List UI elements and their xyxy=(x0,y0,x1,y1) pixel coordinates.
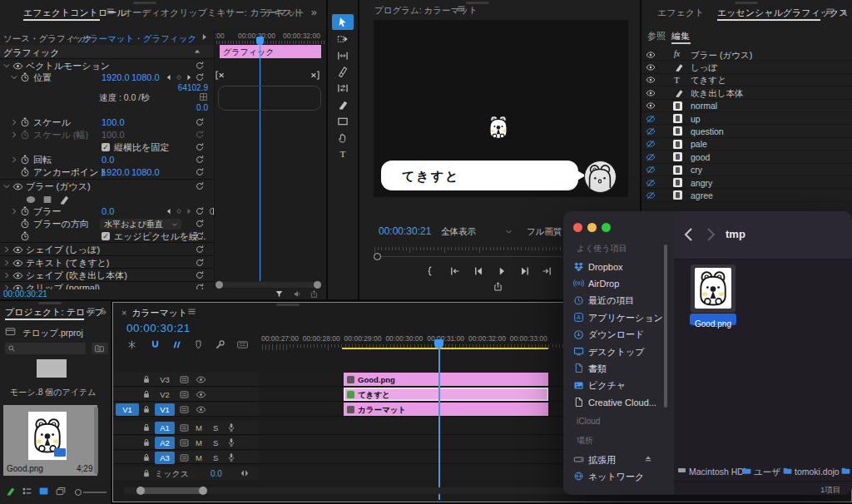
tool-razor-icon[interactable] xyxy=(337,66,349,77)
track-target-V1[interactable]: V1 xyxy=(155,403,175,416)
sync-lock-icon[interactable] xyxy=(179,437,190,448)
tool-ripple-edit-icon[interactable] xyxy=(337,50,349,62)
reset-parameter-icon[interactable] xyxy=(195,219,205,229)
audio-only-icon[interactable] xyxy=(293,289,302,299)
eg-layer-row[interactable]: normal xyxy=(641,100,852,112)
export-frame-icon[interactable] xyxy=(493,281,503,292)
close-button[interactable] xyxy=(573,223,582,232)
subtab-edit[interactable]: 編集 xyxy=(671,32,690,41)
tool-hand-icon[interactable] xyxy=(337,132,349,144)
sync-lock-icon[interactable] xyxy=(179,422,190,433)
rect-mask-icon[interactable] xyxy=(42,194,53,205)
panel-menu-icon[interactable] xyxy=(86,305,97,316)
ellipse-mask-icon[interactable] xyxy=(25,194,37,205)
minimize-button[interactable] xyxy=(587,223,597,232)
search-input[interactable] xyxy=(5,343,86,354)
prev-keyframe-icon[interactable] xyxy=(165,73,173,82)
track-output-icon[interactable] xyxy=(196,374,206,385)
filter-icon[interactable] xyxy=(275,289,284,299)
voiceover-record-icon[interactable] xyxy=(226,452,236,462)
transport-step-back-icon[interactable] xyxy=(473,265,484,277)
search-bin-button[interactable] xyxy=(92,343,108,354)
file-thumbnail[interactable] xyxy=(695,268,731,309)
reset-parameter-icon[interactable] xyxy=(195,142,205,152)
track-target-A3[interactable]: A3 xyxy=(155,452,175,464)
transport-play-icon[interactable] xyxy=(496,265,508,277)
clip-name[interactable]: カラーマット・グラフィック xyxy=(81,34,196,43)
linked-selection-icon[interactable] xyxy=(171,339,182,350)
track-lock-icon[interactable] xyxy=(141,468,151,478)
mute-button[interactable]: M xyxy=(196,424,202,432)
sidebar-item-ダウンロード[interactable]: ダウンロード xyxy=(568,327,663,343)
ec-clip-bar[interactable]: グラフィック xyxy=(220,45,321,58)
collapse-header-icon[interactable] xyxy=(193,47,201,56)
twirl-icon[interactable] xyxy=(10,73,18,82)
twirl-icon[interactable] xyxy=(10,156,18,164)
sidebar-item-AirDrop[interactable]: AirDrop xyxy=(568,275,663,291)
tab-overflow-chevron[interactable]: » xyxy=(101,307,106,317)
value[interactable]: 0.0 xyxy=(102,207,114,216)
stopwatch-icon[interactable] xyxy=(20,155,30,165)
eg-layer-row[interactable]: question xyxy=(641,125,852,137)
visibility-toggle-icon[interactable] xyxy=(12,258,23,269)
track-lock-icon[interactable] xyxy=(141,389,151,399)
reset-parameter-icon[interactable] xyxy=(195,117,205,127)
track-target-A1[interactable]: A1 xyxy=(155,422,175,434)
keyframe-nav-icon[interactable] xyxy=(240,468,250,478)
visibility-toggle-icon[interactable] xyxy=(12,181,23,192)
scrub-playhead[interactable] xyxy=(374,253,381,260)
sidebar-item-Dropbox[interactable]: Dropbox xyxy=(568,259,663,274)
mute-button[interactable]: M xyxy=(196,439,202,447)
value-graph-icon[interactable] xyxy=(199,92,208,101)
next-keyframe-icon[interactable] xyxy=(185,207,193,215)
twirl-icon[interactable] xyxy=(2,182,11,190)
tab-overflow-chevron[interactable]: » xyxy=(841,7,847,17)
panel-menu-icon[interactable] xyxy=(105,6,116,17)
layer-visibility-icon[interactable] xyxy=(646,75,656,85)
sidebar-item-ピクチャ[interactable]: ピクチャ xyxy=(568,378,663,393)
transport-go-to-in-icon[interactable] xyxy=(449,265,461,277)
layer-visibility-icon[interactable] xyxy=(646,139,656,149)
visibility-toggle-icon[interactable] xyxy=(12,61,23,72)
file-name-pill[interactable]: Good.png xyxy=(690,314,736,325)
checkbox[interactable]: ✓ xyxy=(102,232,110,240)
reset-parameter-icon[interactable] xyxy=(195,72,205,82)
reset-parameter-icon[interactable] xyxy=(195,206,205,216)
tool-pen-icon[interactable] xyxy=(337,99,349,111)
track-lock-icon[interactable] xyxy=(141,404,151,414)
eg-layer-row[interactable]: しっぽ xyxy=(641,61,852,73)
panel-menu-icon[interactable] xyxy=(825,6,835,17)
subtab-browse[interactable]: 参照 xyxy=(647,32,666,41)
stopwatch-icon[interactable] xyxy=(20,219,30,229)
twirl-icon[interactable] xyxy=(10,207,18,215)
sidebar-item-Creative Cloud...[interactable]: Creative Cloud... xyxy=(568,394,663,410)
layer-visibility-icon[interactable] xyxy=(646,152,656,162)
sync-lock-icon[interactable] xyxy=(179,389,190,400)
eject-icon[interactable] xyxy=(643,454,653,464)
tab-timeline[interactable]: カラーマット xyxy=(131,309,187,318)
track-lock-icon[interactable] xyxy=(141,437,151,447)
tab-text[interactable]: テキスト xyxy=(265,8,302,17)
track-output-icon[interactable] xyxy=(196,404,206,415)
transport-go-to-out-icon[interactable] xyxy=(541,265,552,277)
reset-parameter-icon[interactable] xyxy=(195,167,205,177)
twirl-icon[interactable] xyxy=(10,131,18,139)
layer-visibility-icon[interactable] xyxy=(646,126,656,136)
tool-rectangle-icon[interactable] xyxy=(337,116,349,127)
zoom-button[interactable] xyxy=(602,223,611,232)
reset-parameter-icon[interactable] xyxy=(195,231,205,241)
clip-カラーマット[interactable]: カラーマット xyxy=(344,403,548,416)
source-patch[interactable]: V1 xyxy=(116,403,139,416)
twirl-icon[interactable] xyxy=(2,245,11,254)
sidebar-item-拡張用[interactable]: 拡張用 xyxy=(568,452,663,467)
source-collapse-icon[interactable] xyxy=(70,33,78,42)
layer-visibility-icon[interactable] xyxy=(646,190,656,200)
program-timecode[interactable]: 00:00:30:21 xyxy=(379,226,431,236)
eg-layer-row[interactable]: up xyxy=(641,112,852,125)
add-marker-icon[interactable] xyxy=(193,339,204,350)
value[interactable]: 1080.0 xyxy=(131,168,160,177)
zoom-select[interactable]: 全体表示 xyxy=(441,227,476,236)
timeline-timecode[interactable]: 00:00:30:21 xyxy=(126,323,191,334)
eg-layer-row[interactable]: good xyxy=(641,151,852,163)
back-button[interactable] xyxy=(682,226,696,243)
